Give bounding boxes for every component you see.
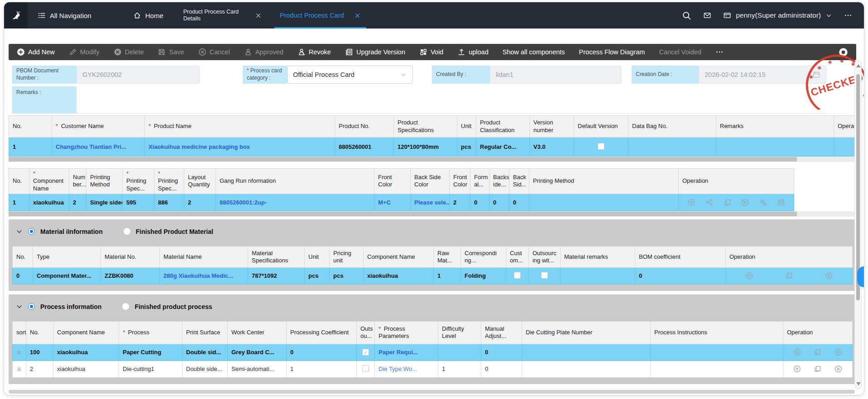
close-tab-icon[interactable] — [255, 12, 262, 19]
remarks-field[interactable] — [77, 86, 826, 114]
copy-icon[interactable] — [814, 348, 821, 356]
checkbox[interactable] — [598, 143, 604, 150]
copy-icon[interactable] — [814, 365, 821, 373]
scroll-down-icon[interactable] — [856, 382, 861, 385]
cell-text[interactable]: Xiaokuihua medicine packaging box — [149, 143, 250, 150]
cancel-voided-button[interactable]: Cancel Voided — [659, 48, 701, 56]
approved-button[interactable]: Approved — [244, 48, 283, 56]
cell-text: xiaokuihua — [57, 349, 88, 356]
finished-product-material-radio[interactable] — [124, 228, 130, 235]
column-header: Manual Adjust... — [481, 321, 522, 344]
checkbox[interactable] — [514, 272, 521, 279]
cell-text[interactable]: 280g Xiaokuihua Medic... — [163, 272, 233, 279]
upgrade-version-button[interactable]: Upgrade Version — [345, 48, 405, 56]
user-menu[interactable]: penny(Super administrator) — [723, 11, 832, 19]
table-cell: Paper Requi... — [375, 344, 438, 361]
column-header: Material No. — [101, 246, 160, 267]
x-op-icon[interactable] — [834, 365, 842, 373]
scrollbar-thumb[interactable] — [9, 212, 797, 216]
share-icon[interactable] — [705, 199, 713, 206]
created-by-field: lidan1 — [490, 66, 621, 84]
process-information-radio[interactable] — [28, 303, 35, 310]
document-icon — [345, 48, 353, 56]
table-row[interactable]: 1Changzhou Tiantian Pri...Xiaokuihua med… — [9, 138, 857, 157]
horizontal-scrollbar[interactable] — [9, 157, 856, 162]
tab-product-process-card[interactable]: Product Process Card — [280, 2, 361, 28]
creation-date-field[interactable]: 2026-02-02 14:02:15 — [699, 66, 826, 84]
table-cell: ≡ — [13, 344, 26, 361]
close-tab-icon[interactable] — [354, 12, 361, 19]
bottom-scrollbar[interactable] — [9, 390, 855, 394]
void-button[interactable]: Void — [419, 48, 443, 56]
more-dots-icon[interactable] — [844, 11, 852, 19]
gear-icon[interactable] — [839, 48, 848, 57]
cell-text[interactable]: Paper Requi... — [379, 349, 418, 356]
column-header: Difficulty Level — [438, 321, 481, 344]
delete-button[interactable]: Delete — [114, 48, 144, 56]
table-row[interactable]: ≡100xiaokuihuaPaper CuttingDouble sid...… — [13, 344, 853, 361]
table-row[interactable]: ≡2xiaokuihuaDie-cutting1Double side...Se… — [13, 361, 853, 377]
add-new-button[interactable]: Add New — [17, 48, 55, 56]
search-icon[interactable] — [682, 11, 691, 20]
stack-icon[interactable] — [777, 199, 785, 206]
show-all-components-button[interactable]: Show all components — [503, 48, 565, 56]
checkbox[interactable]: ✓ — [362, 349, 369, 356]
checkbox[interactable] — [362, 365, 369, 372]
material-information-label[interactable]: Material iInformation — [40, 228, 103, 235]
table-cell: xiaokuihua — [53, 361, 119, 377]
finished-product-process-label[interactable]: Finished product process — [134, 303, 212, 310]
x-op-icon[interactable] — [834, 348, 842, 356]
grid-icon — [419, 48, 427, 56]
row-operations — [838, 143, 856, 151]
nav-home[interactable]: Home — [133, 11, 163, 19]
scrollbar-thumb[interactable] — [9, 157, 797, 162]
process-flow-diagram-button[interactable]: Process Flow Diagram — [579, 48, 645, 56]
app-logo[interactable] — [4, 2, 28, 28]
cell-text[interactable]: Die Type:Wo... — [379, 366, 417, 372]
x-op-icon[interactable] — [825, 272, 833, 280]
cell-text[interactable]: 8805260001:2up- — [220, 199, 267, 206]
mail-icon[interactable] — [703, 11, 711, 19]
cell-text[interactable]: M+C — [378, 199, 391, 206]
collapse-chevron-icon[interactable] — [16, 228, 23, 235]
chevron-down-icon — [825, 12, 832, 19]
plus-icon[interactable] — [745, 272, 753, 280]
scrollbar-thumb[interactable] — [856, 74, 860, 300]
checkbox[interactable] — [541, 272, 548, 279]
drag-handle-icon[interactable]: ≡ — [17, 348, 21, 356]
finished-product-material-label[interactable]: Finished Product Material — [136, 228, 213, 235]
copy-icon[interactable] — [785, 272, 793, 280]
more-button[interactable] — [715, 48, 724, 56]
drag-handle-icon[interactable]: ≡ — [17, 365, 21, 373]
table-cell: Folding — [461, 267, 506, 284]
upload-button[interactable]: upload — [457, 48, 489, 56]
cancel-button[interactable]: Cancel — [198, 48, 230, 56]
side-drawer-handle[interactable] — [857, 266, 864, 287]
pbom-number-field[interactable]: GYK2602002 — [77, 66, 200, 84]
cell-text[interactable]: Changzhou Tiantian Pri... — [56, 143, 126, 150]
save-button[interactable]: Save — [158, 48, 184, 56]
scroll-up-icon[interactable] — [856, 64, 861, 67]
x-op-icon[interactable] — [741, 199, 749, 206]
gears-icon[interactable] — [759, 199, 767, 206]
modify-button[interactable]: Modify — [69, 48, 100, 56]
finished-product-process-radio[interactable] — [122, 303, 129, 310]
collapse-chevron-icon[interactable] — [16, 303, 23, 310]
process-information-label[interactable]: Process information — [40, 303, 101, 310]
table-row[interactable]: 0Component Mater...ZZBK0080280g Xiaokuih… — [13, 267, 853, 284]
copy-icon[interactable] — [724, 199, 731, 206]
material-information-radio[interactable] — [28, 228, 35, 235]
all-navigation-menu[interactable]: All Navigation — [38, 11, 91, 19]
plus-icon[interactable] — [793, 365, 801, 373]
horizontal-scrollbar[interactable] — [9, 211, 856, 217]
revoke-button[interactable]: Revoke — [297, 48, 331, 56]
table-row[interactable]: 1xiaokuihua2Single sided...5958862880526… — [9, 194, 794, 211]
vertical-scrollbar[interactable] — [854, 60, 862, 390]
pbom-number-label: PBOM Document Number : — [12, 66, 77, 84]
tab-product-process-card-details[interactable]: Product Process Card Details — [183, 9, 262, 22]
column-header: No. — [13, 246, 33, 267]
plus-icon[interactable] — [687, 199, 695, 206]
process-card-category-select[interactable]: Official Process Card — [287, 66, 413, 84]
plus-icon[interactable] — [793, 348, 801, 356]
cell-text[interactable]: Please sele... — [414, 199, 450, 206]
